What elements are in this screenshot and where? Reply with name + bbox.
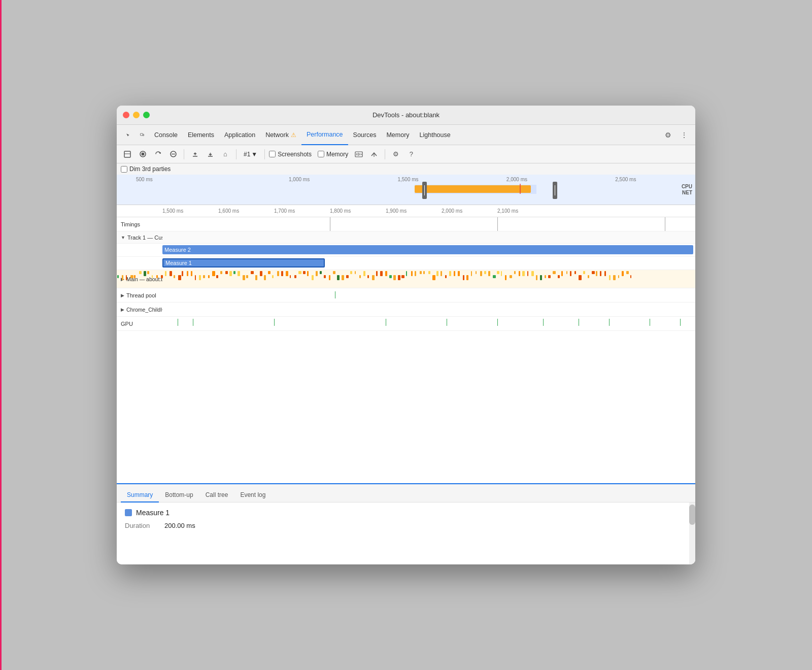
minimize-button[interactable] — [133, 112, 140, 118]
custom-track-arrow[interactable]: ▼ — [121, 235, 125, 240]
overview-panel: 500 ms 1,000 ms 1,500 ms 2,000 ms 2,500 … — [117, 175, 695, 205]
net-label: NET — [682, 190, 692, 195]
reload-button[interactable] — [151, 148, 164, 161]
tab-sources[interactable]: Sources — [348, 125, 382, 145]
custom-track-header: ▼ Track 1 — Custom track — [117, 231, 695, 244]
settings-button[interactable]: ⚙ — [661, 128, 675, 142]
svg-rect-0 — [141, 133, 143, 136]
toolbar-icons: ⚙ ⋮ — [661, 128, 691, 142]
timeline-area: 500 ms 1,000 ms 1,500 ms 2,000 ms 2,500 … — [117, 175, 695, 483]
traffic-lights — [123, 112, 150, 118]
home-button[interactable]: ⌂ — [219, 148, 232, 161]
chrome-child-arrow[interactable]: ▶ — [121, 307, 124, 312]
clear-button[interactable] — [166, 148, 180, 161]
tab-elements[interactable]: Elements — [183, 125, 219, 145]
duration-label: Duration — [125, 522, 160, 529]
detail-mark-5: 2,000 ms — [442, 208, 462, 214]
more-button[interactable]: ⋮ — [677, 128, 691, 142]
tab-call-tree[interactable]: Call tree — [199, 488, 234, 502]
scrollbar-thumb[interactable] — [689, 505, 695, 525]
tab-memory[interactable]: Memory — [381, 125, 414, 145]
scrollbar-track[interactable] — [689, 502, 695, 564]
tab-summary[interactable]: Summary — [121, 488, 159, 502]
chrome-child-content — [162, 303, 695, 317]
upload-button[interactable] — [188, 148, 201, 161]
measure-color-indicator — [125, 509, 132, 516]
bottom-content: Measure 1 Duration 200.00 ms — [117, 502, 689, 564]
timing-marker-3 — [665, 217, 665, 231]
flame-container — [117, 270, 695, 288]
main-track: ▶ Main — about:blank // Generate flame b… — [117, 270, 695, 288]
thread-pool-arrow[interactable]: ▶ — [121, 293, 124, 298]
separator-4 — [385, 149, 385, 159]
detail-mark-6: 2,100 ms — [497, 208, 518, 214]
measure-title-row: Measure 1 — [125, 509, 681, 517]
measure2-content: Measure 2 — [162, 244, 695, 257]
tab-event-log[interactable]: Event log — [234, 488, 272, 502]
screenshots-checkbox-group: Screenshots — [269, 151, 312, 158]
close-button[interactable] — [123, 112, 129, 118]
thread-pool-marker — [335, 291, 335, 298]
memory-checkbox[interactable] — [318, 151, 324, 157]
maximize-button[interactable] — [143, 112, 150, 118]
tab-network[interactable]: Network ⚠ — [260, 125, 301, 145]
title-bar: DevTools - about:blank — [117, 106, 695, 125]
perf-settings-button[interactable]: ⚙ — [389, 148, 402, 161]
thread-pool-label: ▶ Thread pool — [117, 291, 162, 299]
tab-performance[interactable]: Performance — [301, 125, 348, 145]
measure2-bar[interactable]: Measure 2 — [162, 245, 693, 254]
detail-mark-4: 1,900 ms — [386, 208, 407, 214]
gpu-track: GPU — [117, 317, 695, 331]
nav-tabs: Console Elements Application Network ⚠ P… — [121, 125, 660, 145]
duration-value: 200.00 ms — [164, 522, 195, 529]
cpu-label: CPU — [682, 184, 692, 189]
tab-application[interactable]: Application — [219, 125, 260, 145]
gpu-content — [162, 317, 695, 331]
ruler-mark-4: 2,500 ms — [571, 177, 695, 182]
detail-mark-3: 1,800 ms — [330, 208, 351, 214]
ruler-mark-2: 1,500 ms — [354, 177, 462, 182]
custom-track-label: ▼ Track 1 — Custom track — [117, 233, 162, 242]
measure1-bar[interactable]: Measure 1 — [162, 258, 325, 267]
tab-lighthouse[interactable]: Lighthouse — [415, 125, 456, 145]
dim-3rd-parties-row: Dim 3rd parties — [117, 163, 695, 175]
separator-2 — [236, 149, 236, 159]
cursor-icon[interactable] — [121, 128, 135, 142]
download-button[interactable] — [204, 148, 217, 161]
screenshots-checkbox[interactable] — [269, 151, 276, 157]
svg-rect-2 — [124, 151, 130, 157]
timings-content — [162, 217, 695, 231]
svg-point-5 — [141, 153, 144, 156]
network-throttle-button[interactable] — [367, 148, 381, 161]
measure2-label — [117, 249, 162, 251]
devtools-window: DevTools - about:blank Console Elements — [117, 106, 695, 564]
secondary-toolbar: ⌂ #1 ▼ Screenshots Memory — [117, 145, 695, 163]
detail-panel: 1,500 ms 1,600 ms 1,700 ms 1,800 ms 1,90… — [117, 205, 695, 483]
dim-3rd-parties-checkbox[interactable] — [121, 166, 127, 173]
cpu-throttle-button[interactable] — [352, 148, 365, 161]
bottom-content-area: Measure 1 Duration 200.00 ms — [117, 502, 695, 564]
timings-label: Timings — [117, 220, 162, 228]
record-button[interactable] — [136, 148, 149, 161]
measure1-content: Measure 1 — [162, 257, 695, 270]
thread-pool-track: ▶ Thread pool — [117, 288, 695, 303]
separator-1 — [184, 149, 184, 159]
svg-rect-1 — [143, 134, 144, 136]
profile-selector[interactable]: #1 ▼ — [241, 150, 260, 159]
measure1-label — [117, 262, 162, 264]
measure2-track: Measure 2 — [117, 244, 695, 257]
timing-marker-1 — [330, 217, 330, 231]
bottom-tabs: Summary Bottom-up Call tree Event log — [117, 484, 695, 502]
detail-ruler: 1,500 ms 1,600 ms 1,700 ms 1,800 ms 1,90… — [117, 205, 695, 217]
help-button[interactable]: ? — [404, 148, 418, 161]
panel-layout-button[interactable] — [121, 148, 134, 161]
device-mode-icon[interactable] — [135, 128, 149, 142]
tab-console[interactable]: Console — [149, 125, 183, 145]
main-track-content: // Generate flame bars programmatically — [117, 270, 695, 288]
measure1-track: Measure 1 — [117, 257, 695, 270]
tab-bottom-up[interactable]: Bottom-up — [159, 488, 199, 502]
timing-marker-2 — [497, 217, 498, 231]
gpu-label: GPU — [117, 320, 162, 328]
chrome-child-track: ▶ Chrome_ChildIOThread — [117, 303, 695, 317]
detail-mark-1: 1,600 ms — [218, 208, 239, 214]
